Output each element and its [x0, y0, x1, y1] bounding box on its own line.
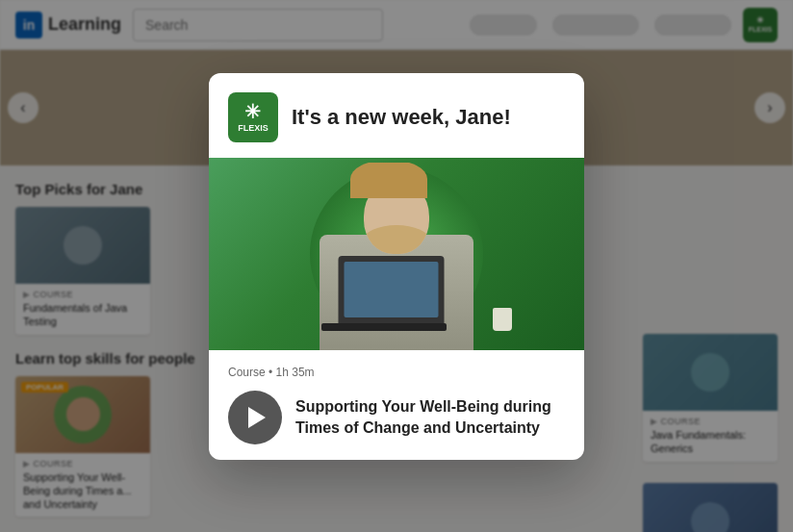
- coffee-mug: [493, 308, 512, 331]
- modal-logo: ✳ FLEXIS: [228, 92, 278, 142]
- modal-header: ✳ FLEXIS It's a new week, Jane!: [209, 73, 584, 158]
- modal-image: [209, 158, 584, 350]
- course-player: Supporting Your Well-Being during Times …: [228, 391, 565, 444]
- course-player-title: Supporting Your Well-Being during Times …: [295, 396, 565, 438]
- laptop-screen: [339, 256, 445, 323]
- modal-person-container: [209, 158, 584, 350]
- modal-dialog: ✳ FLEXIS It's a new week, Jane!: [209, 73, 584, 460]
- course-meta: Course • 1h 35m: [228, 366, 565, 379]
- modal-body: Course • 1h 35m Supporting Your Well-Bei…: [209, 350, 584, 460]
- laptop: [321, 323, 447, 331]
- play-icon: [248, 407, 266, 428]
- modal-overlay[interactable]: ✳ FLEXIS It's a new week, Jane!: [0, 0, 793, 532]
- person-photo: [262, 163, 531, 350]
- modal-flexis-logo: ✳ FLEXIS: [238, 100, 269, 134]
- person-hair: [350, 163, 427, 198]
- modal-title: It's a new week, Jane!: [292, 105, 511, 130]
- play-button[interactable]: [228, 391, 282, 444]
